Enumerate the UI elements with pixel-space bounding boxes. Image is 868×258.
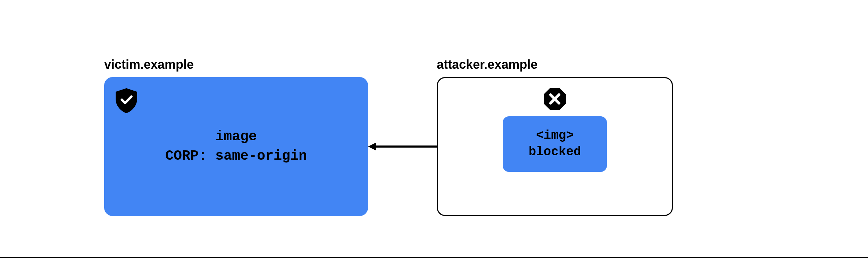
attacker-site-box: <img> blocked xyxy=(437,77,673,216)
corp-diagram: victim.example image CORP: same-origin a… xyxy=(0,0,868,258)
victim-domain-label: victim.example xyxy=(104,57,194,72)
svg-marker-2 xyxy=(368,143,376,150)
blocked-resource-box: <img> blocked xyxy=(503,116,607,172)
request-arrow xyxy=(368,145,437,148)
blocked-line1: <img> xyxy=(528,128,581,144)
blocked-line2: blocked xyxy=(528,144,581,160)
victim-line1: image xyxy=(165,127,307,147)
shield-check-icon xyxy=(115,88,137,113)
block-octagon-icon xyxy=(544,88,566,110)
victim-resource-text: image CORP: same-origin xyxy=(165,127,307,166)
blocked-resource-text: <img> blocked xyxy=(528,128,581,160)
victim-site-box: image CORP: same-origin xyxy=(104,77,368,216)
attacker-domain-label: attacker.example xyxy=(437,57,537,72)
victim-line2: CORP: same-origin xyxy=(165,147,307,166)
